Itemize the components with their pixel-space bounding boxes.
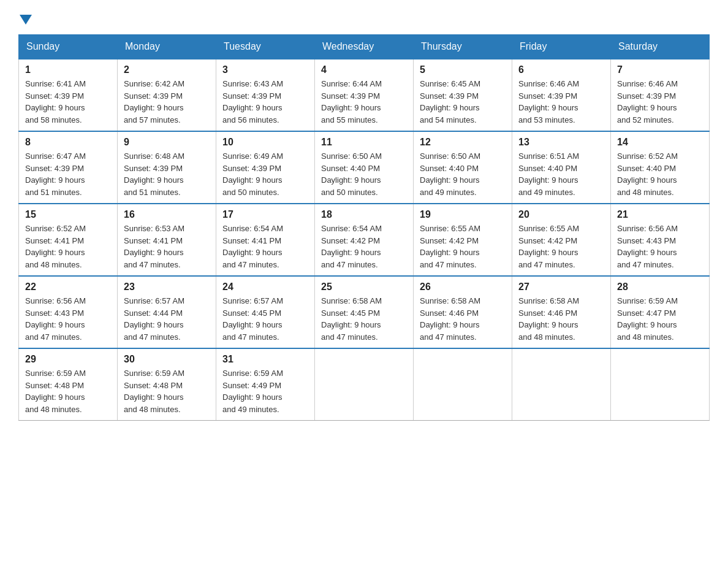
week-row-4: 22Sunrise: 6:56 AMSunset: 4:43 PMDayligh…	[19, 276, 710, 348]
day-number: 28	[617, 282, 703, 293]
logo-arrow-icon	[20, 15, 32, 25]
day-number: 17	[222, 209, 308, 220]
calendar-table: SundayMondayTuesdayWednesdayThursdayFrid…	[18, 34, 710, 421]
calendar-cell: 8Sunrise: 6:47 AMSunset: 4:39 PMDaylight…	[19, 131, 118, 204]
calendar-cell: 27Sunrise: 6:58 AMSunset: 4:46 PMDayligh…	[512, 276, 611, 348]
day-number: 3	[222, 64, 308, 75]
day-info: Sunrise: 6:50 AMSunset: 4:40 PMDaylight:…	[321, 150, 407, 198]
calendar-cell: 7Sunrise: 6:46 AMSunset: 4:39 PMDaylight…	[611, 59, 710, 131]
day-number: 10	[222, 137, 308, 148]
header-row: SundayMondayTuesdayWednesdayThursdayFrid…	[19, 35, 710, 59]
header-day-thursday: Thursday	[414, 35, 512, 59]
calendar-cell: 11Sunrise: 6:50 AMSunset: 4:40 PMDayligh…	[315, 131, 414, 204]
calendar-cell: 2Sunrise: 6:42 AMSunset: 4:39 PMDaylight…	[118, 59, 216, 131]
day-info: Sunrise: 6:58 AMSunset: 4:45 PMDaylight:…	[321, 295, 407, 343]
day-number: 8	[25, 137, 111, 148]
page-header	[18, 12, 710, 22]
day-info: Sunrise: 6:43 AMSunset: 4:39 PMDaylight:…	[222, 78, 308, 126]
day-info: Sunrise: 6:59 AMSunset: 4:49 PMDaylight:…	[222, 367, 308, 415]
calendar-cell: 24Sunrise: 6:57 AMSunset: 4:45 PMDayligh…	[216, 276, 315, 348]
day-number: 6	[518, 64, 604, 75]
day-number: 21	[617, 209, 703, 220]
calendar-cell: 18Sunrise: 6:54 AMSunset: 4:42 PMDayligh…	[315, 204, 414, 276]
day-number: 18	[321, 209, 407, 220]
day-info: Sunrise: 6:55 AMSunset: 4:42 PMDaylight:…	[420, 223, 506, 270]
day-info: Sunrise: 6:51 AMSunset: 4:40 PMDaylight:…	[518, 150, 604, 198]
header-day-tuesday: Tuesday	[216, 35, 315, 59]
calendar-cell: 17Sunrise: 6:54 AMSunset: 4:41 PMDayligh…	[216, 204, 315, 276]
day-number: 29	[25, 354, 111, 365]
day-info: Sunrise: 6:58 AMSunset: 4:46 PMDaylight:…	[420, 295, 506, 343]
day-info: Sunrise: 6:44 AMSunset: 4:39 PMDaylight:…	[321, 78, 407, 126]
calendar-cell	[611, 348, 710, 421]
day-number: 26	[420, 282, 506, 293]
calendar-cell: 21Sunrise: 6:56 AMSunset: 4:43 PMDayligh…	[611, 204, 710, 276]
day-number: 13	[518, 137, 604, 148]
day-info: Sunrise: 6:46 AMSunset: 4:39 PMDaylight:…	[518, 78, 604, 126]
day-info: Sunrise: 6:54 AMSunset: 4:42 PMDaylight:…	[321, 223, 407, 270]
calendar-cell	[414, 348, 512, 421]
calendar-cell: 20Sunrise: 6:55 AMSunset: 4:42 PMDayligh…	[512, 204, 611, 276]
week-row-3: 15Sunrise: 6:52 AMSunset: 4:41 PMDayligh…	[19, 204, 710, 276]
day-number: 15	[25, 209, 111, 220]
calendar-cell: 6Sunrise: 6:46 AMSunset: 4:39 PMDaylight…	[512, 59, 611, 131]
day-number: 7	[617, 64, 703, 75]
day-number: 16	[124, 209, 210, 220]
calendar-cell: 9Sunrise: 6:48 AMSunset: 4:39 PMDaylight…	[118, 131, 216, 204]
header-day-friday: Friday	[512, 35, 611, 59]
day-number: 24	[222, 282, 308, 293]
day-number: 23	[124, 282, 210, 293]
day-number: 1	[25, 64, 111, 75]
day-number: 25	[321, 282, 407, 293]
calendar-cell: 22Sunrise: 6:56 AMSunset: 4:43 PMDayligh…	[19, 276, 118, 348]
week-row-5: 29Sunrise: 6:59 AMSunset: 4:48 PMDayligh…	[19, 348, 710, 421]
header-day-sunday: Sunday	[19, 35, 118, 59]
day-info: Sunrise: 6:57 AMSunset: 4:45 PMDaylight:…	[222, 295, 308, 343]
day-info: Sunrise: 6:57 AMSunset: 4:44 PMDaylight:…	[124, 295, 210, 343]
day-number: 20	[518, 209, 604, 220]
day-number: 31	[222, 354, 308, 365]
calendar-cell: 5Sunrise: 6:45 AMSunset: 4:39 PMDaylight…	[414, 59, 512, 131]
day-number: 4	[321, 64, 407, 75]
day-number: 2	[124, 64, 210, 75]
calendar-cell: 19Sunrise: 6:55 AMSunset: 4:42 PMDayligh…	[414, 204, 512, 276]
week-row-1: 1Sunrise: 6:41 AMSunset: 4:39 PMDaylight…	[19, 59, 710, 131]
calendar-cell: 25Sunrise: 6:58 AMSunset: 4:45 PMDayligh…	[315, 276, 414, 348]
day-info: Sunrise: 6:59 AMSunset: 4:48 PMDaylight:…	[124, 367, 210, 415]
calendar-cell: 12Sunrise: 6:50 AMSunset: 4:40 PMDayligh…	[414, 131, 512, 204]
day-info: Sunrise: 6:42 AMSunset: 4:39 PMDaylight:…	[124, 78, 210, 126]
calendar-cell	[512, 348, 611, 421]
calendar-cell: 23Sunrise: 6:57 AMSunset: 4:44 PMDayligh…	[118, 276, 216, 348]
day-number: 19	[420, 209, 506, 220]
header-day-monday: Monday	[118, 35, 216, 59]
day-number: 30	[124, 354, 210, 365]
day-info: Sunrise: 6:45 AMSunset: 4:39 PMDaylight:…	[420, 78, 506, 126]
calendar-cell: 15Sunrise: 6:52 AMSunset: 4:41 PMDayligh…	[19, 204, 118, 276]
day-info: Sunrise: 6:41 AMSunset: 4:39 PMDaylight:…	[25, 78, 111, 126]
day-info: Sunrise: 6:59 AMSunset: 4:47 PMDaylight:…	[617, 295, 703, 343]
week-row-2: 8Sunrise: 6:47 AMSunset: 4:39 PMDaylight…	[19, 131, 710, 204]
calendar-cell: 16Sunrise: 6:53 AMSunset: 4:41 PMDayligh…	[118, 204, 216, 276]
day-info: Sunrise: 6:54 AMSunset: 4:41 PMDaylight:…	[222, 223, 308, 270]
calendar-cell: 29Sunrise: 6:59 AMSunset: 4:48 PMDayligh…	[19, 348, 118, 421]
day-info: Sunrise: 6:52 AMSunset: 4:40 PMDaylight:…	[617, 150, 703, 198]
day-info: Sunrise: 6:48 AMSunset: 4:39 PMDaylight:…	[124, 150, 210, 198]
day-info: Sunrise: 6:46 AMSunset: 4:39 PMDaylight:…	[617, 78, 703, 126]
day-info: Sunrise: 6:59 AMSunset: 4:48 PMDaylight:…	[25, 367, 111, 415]
header-day-saturday: Saturday	[611, 35, 710, 59]
day-number: 14	[617, 137, 703, 148]
header-day-wednesday: Wednesday	[315, 35, 414, 59]
day-number: 11	[321, 137, 407, 148]
calendar-cell: 26Sunrise: 6:58 AMSunset: 4:46 PMDayligh…	[414, 276, 512, 348]
calendar-cell: 28Sunrise: 6:59 AMSunset: 4:47 PMDayligh…	[611, 276, 710, 348]
day-number: 22	[25, 282, 111, 293]
day-number: 27	[518, 282, 604, 293]
calendar-cell: 14Sunrise: 6:52 AMSunset: 4:40 PMDayligh…	[611, 131, 710, 204]
day-info: Sunrise: 6:55 AMSunset: 4:42 PMDaylight:…	[518, 223, 604, 270]
calendar-cell: 4Sunrise: 6:44 AMSunset: 4:39 PMDaylight…	[315, 59, 414, 131]
calendar-cell: 31Sunrise: 6:59 AMSunset: 4:49 PMDayligh…	[216, 348, 315, 421]
day-info: Sunrise: 6:56 AMSunset: 4:43 PMDaylight:…	[25, 295, 111, 343]
day-number: 9	[124, 137, 210, 148]
day-number: 5	[420, 64, 506, 75]
day-info: Sunrise: 6:50 AMSunset: 4:40 PMDaylight:…	[420, 150, 506, 198]
